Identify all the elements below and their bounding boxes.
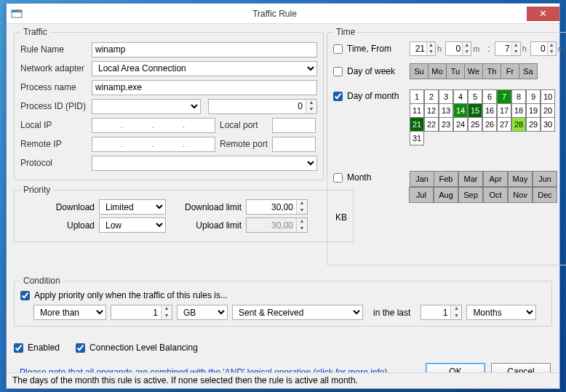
month-cell[interactable]: Feb	[434, 171, 458, 187]
dow-cell[interactable]: Su	[410, 63, 429, 79]
dom-cell[interactable]: 1	[410, 89, 424, 104]
dom-cell[interactable]: 24	[453, 117, 468, 132]
dl-limit-spinner[interactable]: ▲▼	[246, 199, 308, 215]
protocol-label: Protocol	[20, 158, 92, 168]
dom-cell[interactable]: 15	[468, 103, 482, 118]
dom-check[interactable]	[333, 92, 343, 101]
remote-ip-input[interactable]	[92, 137, 215, 152]
month-cell[interactable]: Dec	[533, 187, 557, 203]
dow-cell[interactable]: Mo	[428, 63, 447, 79]
right-column: Time Time, From ▲▼ h ▲▼ m : ▲▼ h ▲▼ m D	[327, 27, 552, 270]
month-check[interactable]	[333, 173, 343, 183]
month-cell[interactable]: Jun	[533, 171, 557, 187]
download-select[interactable]: Limited	[99, 199, 166, 215]
dialog-window: Traffic Rule ✕ Traffic Rule Name Network…	[6, 3, 560, 389]
dom-cell[interactable]: 9	[526, 89, 541, 104]
dom-cell[interactable]: 16	[482, 103, 497, 118]
cond-direction-select[interactable]: Sent & Received	[232, 305, 363, 320]
dom-cell[interactable]: 10	[541, 89, 555, 104]
local-ip-input[interactable]	[92, 118, 215, 133]
dom-cell[interactable]: 22	[424, 117, 439, 132]
from-h-spin[interactable]: ▲▼	[410, 41, 436, 56]
dom-cell[interactable]: 13	[439, 103, 453, 118]
time-group: Time Time, From ▲▼ h ▲▼ m : ▲▼ h ▲▼ m D	[327, 27, 566, 265]
dom-cell[interactable]: 11	[410, 103, 424, 118]
dow-check[interactable]	[333, 67, 343, 76]
month-label: Month	[347, 172, 410, 183]
dom-cell[interactable]: 31	[410, 131, 424, 145]
rule-name-input[interactable]	[92, 42, 317, 57]
dom-cell[interactable]: 23	[439, 117, 453, 132]
time-legend: Time	[333, 27, 358, 37]
remote-port-input[interactable]	[272, 137, 316, 152]
left-column: Traffic Rule Name Network adapter Local …	[14, 27, 324, 247]
dom-cell[interactable]: 3	[439, 89, 453, 104]
enabled-check[interactable]	[14, 343, 23, 353]
cond-period-spinner[interactable]: ▲▼	[420, 305, 462, 320]
month-cell[interactable]: Jan	[410, 171, 434, 187]
dom-cell[interactable]: 14	[453, 103, 468, 118]
cond-amount-spinner[interactable]: ▲▼	[111, 305, 172, 320]
dow-cell[interactable]: Sa	[519, 63, 538, 79]
cond-unit-select[interactable]: GB	[177, 305, 228, 320]
time-from-label: Time, From	[347, 44, 410, 54]
local-port-input[interactable]	[272, 118, 316, 133]
pid-select[interactable]	[92, 99, 201, 114]
dow-grid: SuMoTuWeThFrSa	[410, 63, 538, 79]
upload-select[interactable]: Low	[99, 217, 166, 233]
dom-cell[interactable]: 20	[541, 103, 555, 118]
dom-cell[interactable]: 12	[424, 103, 439, 118]
dom-cell[interactable]: 8	[511, 89, 526, 104]
protocol-select[interactable]	[92, 156, 317, 171]
process-input[interactable]	[92, 80, 317, 95]
dow-cell[interactable]: Th	[482, 63, 501, 79]
cond-op-select[interactable]: More than	[33, 305, 106, 320]
dom-cell[interactable]: 6	[482, 89, 497, 104]
from-m-spin[interactable]: ▲▼	[445, 41, 471, 56]
clb-check[interactable]	[76, 343, 85, 353]
dom-cell[interactable]: 18	[511, 103, 526, 118]
status-bar: The days of the month this rule is activ…	[7, 372, 559, 388]
dow-cell[interactable]: Fr	[501, 63, 519, 79]
remote-port-label: Remote port	[220, 139, 272, 149]
pid-spinner[interactable]: ▲▼	[208, 99, 317, 114]
dom-cell[interactable]: 29	[526, 117, 541, 132]
month-cell[interactable]: Apr	[483, 171, 508, 187]
month-grid: JanFebMarAprMayJunJulAugSepOctNovDec	[410, 171, 558, 203]
condition-section: Condition Apply priority only when the t…	[14, 276, 552, 331]
dom-cell[interactable]: 21	[410, 117, 424, 132]
dom-cell[interactable]: 26	[482, 117, 497, 132]
ul-limit-spinner[interactable]: ▲▼	[246, 217, 308, 233]
dom-cell[interactable]: 19	[526, 103, 541, 118]
traffic-group: Traffic Rule Name Network adapter Local …	[14, 27, 324, 180]
dom-cell[interactable]: 17	[497, 103, 511, 118]
month-cell[interactable]: May	[508, 171, 533, 187]
month-cell[interactable]: Nov	[508, 187, 533, 203]
condition-legend: Condition	[20, 276, 63, 286]
month-cell[interactable]: Oct	[483, 187, 508, 203]
apply-priority-check[interactable]	[20, 291, 30, 300]
dom-cell[interactable]: 25	[468, 117, 482, 132]
month-cell[interactable]: Aug	[434, 187, 458, 203]
dow-cell[interactable]: We	[464, 63, 483, 79]
dom-cell[interactable]: 2	[424, 89, 439, 104]
dom-cell[interactable]: 28	[511, 117, 526, 132]
adapter-select[interactable]: Local Area Connection	[92, 61, 317, 76]
month-cell[interactable]: Mar	[458, 171, 483, 187]
titlebar: Traffic Rule ✕	[7, 4, 559, 24]
dom-cell[interactable]: 7	[497, 89, 511, 104]
dom-cell[interactable]: 30	[541, 117, 555, 132]
dow-cell[interactable]: Tu	[446, 63, 465, 79]
dom-cell[interactable]: 4	[453, 89, 468, 104]
close-button[interactable]: ✕	[527, 7, 559, 21]
time-from-check[interactable]	[333, 44, 343, 54]
dom-cell[interactable]: 27	[497, 117, 511, 132]
cond-period-unit-select[interactable]: Months	[466, 305, 536, 320]
upload-label: Upload	[47, 220, 95, 231]
dom-cell[interactable]: 5	[468, 89, 482, 104]
to-h-spin[interactable]: ▲▼	[495, 41, 521, 56]
month-cell[interactable]: Jul	[409, 187, 434, 203]
dom-label: Day of month	[347, 91, 410, 101]
month-cell[interactable]: Sep	[458, 187, 483, 203]
to-m-spin[interactable]: ▲▼	[530, 41, 557, 56]
